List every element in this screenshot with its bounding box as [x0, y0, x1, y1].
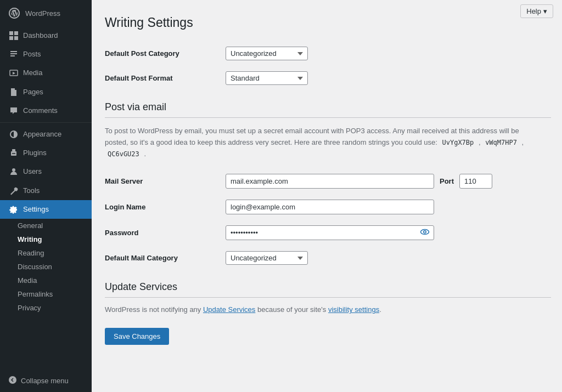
- password-wrapper: [226, 225, 434, 240]
- settings-icon: [9, 204, 19, 214]
- default-post-format-select[interactable]: Standard: [226, 71, 308, 85]
- dashboard-icon: [9, 31, 19, 41]
- sidebar-item-plugins[interactable]: Plugins: [0, 144, 92, 162]
- svg-rect-2: [14, 31, 18, 35]
- mail-server-row: Mail Server Port: [105, 168, 551, 194]
- login-name-label: Login Name: [105, 203, 145, 211]
- default-post-category-select[interactable]: Uncategorized: [226, 47, 308, 60]
- svg-rect-1: [9, 31, 13, 35]
- svg-rect-7: [12, 149, 15, 151]
- settings-submenu: General Writing Reading Discussion Media…: [0, 219, 92, 315]
- appearance-icon: [9, 129, 19, 139]
- post-via-email-description: To post to WordPress by email, you must …: [105, 126, 544, 160]
- main-settings-table: Default Post Category Uncategorized Defa…: [105, 41, 551, 90]
- random-string-3: QC6vGU23: [105, 149, 142, 159]
- tools-icon: [9, 186, 19, 196]
- email-settings-table: Mail Server Port Login Name Password: [105, 168, 551, 270]
- plugins-icon: [9, 148, 19, 158]
- comments-label: Comments: [23, 106, 58, 116]
- sidebar-sub-item-media[interactable]: Media: [9, 274, 92, 287]
- default-post-category-label: Default Post Category: [105, 49, 179, 58]
- default-mail-category-label: Default Mail Category: [105, 254, 178, 262]
- posts-icon: [9, 49, 19, 59]
- collapse-menu-button[interactable]: Collapse menu: [0, 370, 92, 392]
- sidebar-sub-item-writing[interactable]: Writing: [9, 232, 92, 246]
- pages-icon: [9, 87, 19, 97]
- sidebar-item-appearance[interactable]: Appearance: [0, 125, 92, 144]
- tools-label: Tools: [23, 186, 40, 196]
- sidebar-divider-1: [0, 122, 92, 123]
- posts-label: Posts: [23, 49, 41, 59]
- sidebar-logo[interactable]: WordPress: [0, 0, 92, 26]
- collapse-icon: [9, 376, 16, 385]
- site-name: WordPress: [25, 9, 60, 18]
- default-post-format-label: Default Post Format: [105, 74, 173, 82]
- sidebar-sub-item-discussion[interactable]: Discussion: [9, 260, 92, 274]
- login-name-row: Login Name: [105, 194, 551, 220]
- default-mail-category-select[interactable]: Uncategorized: [226, 251, 308, 265]
- wordpress-icon: [9, 8, 20, 19]
- help-chevron-icon: ▾: [543, 7, 547, 15]
- sidebar-item-posts[interactable]: Posts: [0, 45, 92, 64]
- update-services-link[interactable]: Update Services: [203, 305, 255, 314]
- sidebar-item-tools[interactable]: Tools: [0, 181, 92, 200]
- sidebar-item-settings[interactable]: Settings: [0, 200, 92, 219]
- svg-rect-4: [14, 36, 18, 40]
- users-label: Users: [23, 167, 42, 177]
- users-icon: [9, 167, 19, 177]
- help-button[interactable]: Help ▾: [520, 4, 553, 18]
- sidebar: WordPress Dashboard Posts Media Pages Co…: [0, 0, 92, 392]
- password-row: Password: [105, 220, 551, 246]
- sidebar-sub-item-privacy[interactable]: Privacy: [9, 301, 92, 315]
- plugins-label: Plugins: [23, 148, 47, 158]
- svg-point-13: [424, 231, 426, 234]
- svg-point-12: [421, 229, 429, 234]
- main-content: Help ▾ Writing Settings Default Post Cat…: [92, 0, 562, 392]
- password-toggle-icon[interactable]: [420, 227, 430, 239]
- sidebar-item-dashboard[interactable]: Dashboard: [0, 26, 92, 45]
- port-input[interactable]: [459, 174, 492, 189]
- svg-marker-6: [13, 72, 15, 75]
- default-mail-category-row: Default Mail Category Uncategorized: [105, 246, 551, 270]
- svg-point-10: [12, 168, 15, 172]
- media-icon: [9, 68, 19, 78]
- svg-point-11: [9, 376, 16, 384]
- password-label: Password: [105, 229, 138, 237]
- settings-label: Settings: [23, 204, 49, 214]
- visibility-settings-link[interactable]: visibility settings: [328, 305, 379, 314]
- sidebar-sub-item-general[interactable]: General: [9, 219, 92, 232]
- appearance-label: Appearance: [23, 129, 61, 139]
- comments-icon: [9, 106, 19, 116]
- pages-label: Pages: [23, 87, 43, 97]
- sidebar-item-comments[interactable]: Comments: [0, 101, 92, 120]
- svg-rect-3: [9, 36, 13, 40]
- mail-server-label: Mail Server: [105, 177, 143, 185]
- mail-server-input-group: Port: [226, 174, 551, 189]
- page-title: Writing Settings: [105, 15, 551, 30]
- sidebar-sub-item-permalinks[interactable]: Permalinks: [9, 287, 92, 301]
- password-input[interactable]: [226, 225, 434, 240]
- sidebar-sub-item-reading[interactable]: Reading: [9, 246, 92, 260]
- random-string-1: UvYgX7Bp: [440, 138, 477, 147]
- post-via-email-heading: Post via email: [105, 101, 551, 118]
- mail-server-input[interactable]: [226, 174, 434, 189]
- collapse-label: Collapse menu: [21, 377, 69, 385]
- default-post-format-row: Default Post Format Standard: [105, 66, 551, 90]
- dashboard-label: Dashboard: [23, 31, 58, 41]
- sidebar-item-pages[interactable]: Pages: [0, 83, 92, 101]
- login-name-input[interactable]: [226, 200, 434, 214]
- sidebar-item-users[interactable]: Users: [0, 162, 92, 181]
- update-services-description: WordPress is not notifying any Update Se…: [105, 305, 551, 314]
- save-changes-button[interactable]: Save Changes: [105, 328, 169, 345]
- sidebar-item-media[interactable]: Media: [0, 64, 92, 82]
- default-post-category-row: Default Post Category Uncategorized: [105, 41, 551, 66]
- port-label: Port: [440, 177, 454, 185]
- update-services-heading: Update Services: [105, 281, 551, 298]
- help-label: Help: [526, 7, 541, 15]
- media-label: Media: [23, 68, 42, 78]
- random-string-2: vWqM7HP7: [482, 138, 520, 147]
